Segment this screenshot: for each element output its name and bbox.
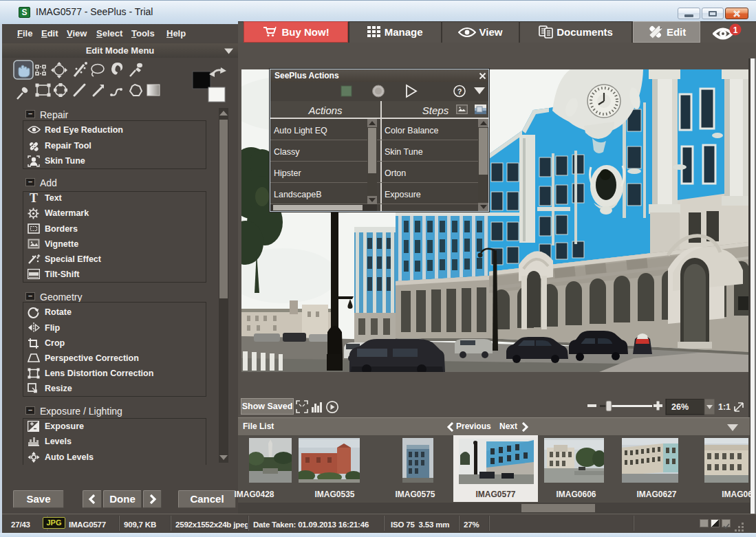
svg-text:1: 1	[733, 25, 738, 35]
svg-text:26%: 26%	[671, 402, 689, 412]
svg-text:1:1: 1:1	[718, 402, 731, 412]
svg-text:?: ?	[457, 87, 462, 96]
